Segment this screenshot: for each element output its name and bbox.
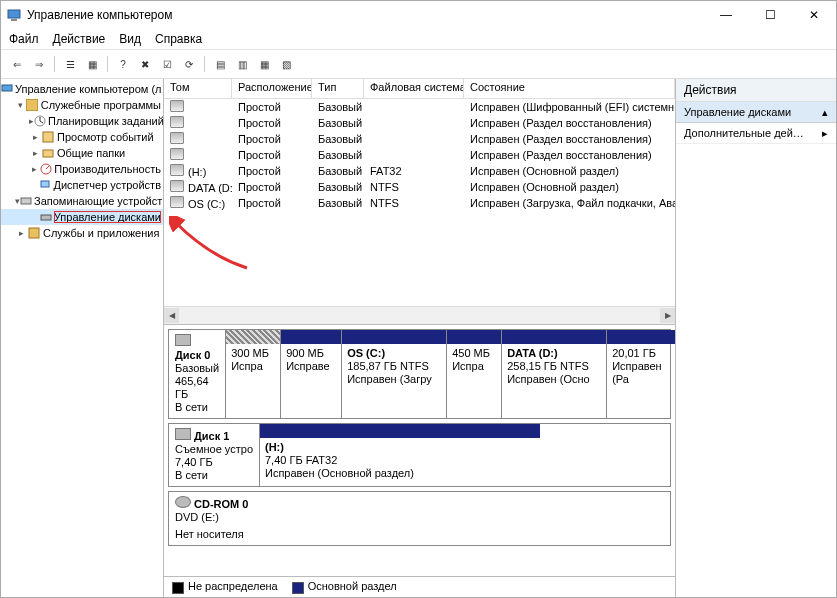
svg-rect-3 <box>26 99 38 111</box>
tree-task-scheduler[interactable]: ▸Планировщик заданий <box>1 113 163 129</box>
window-title: Управление компьютером <box>27 8 172 22</box>
partition[interactable]: (H:)7,40 ГБ FAT32Исправен (Основной разд… <box>260 424 540 486</box>
close-button[interactable]: ✕ <box>792 1 836 29</box>
svg-rect-8 <box>41 181 49 187</box>
tree-disk-management[interactable]: Управление дисками <box>1 209 163 225</box>
volume-row[interactable]: ПростойБазовыйИсправен (Раздел восстанов… <box>164 131 675 147</box>
svg-rect-5 <box>43 132 53 142</box>
scroll-right-icon[interactable]: ▶ <box>660 308 675 323</box>
partition[interactable]: 300 МБИспра <box>226 330 281 418</box>
svg-rect-9 <box>21 198 31 204</box>
maximize-button[interactable]: ☐ <box>748 1 792 29</box>
actions-header: Действия <box>676 79 836 102</box>
device-icon <box>39 178 51 192</box>
tree-root[interactable]: Управление компьютером (л <box>1 81 163 97</box>
volume-icon <box>170 148 184 160</box>
disk-icon <box>40 210 52 224</box>
removable-icon <box>175 428 191 440</box>
tree-storage[interactable]: ▾Запоминающие устройст <box>1 193 163 209</box>
svg-rect-0 <box>8 10 20 18</box>
menu-file[interactable]: Файл <box>9 32 39 46</box>
partition[interactable]: 20,01 ГБИсправен (Ра <box>607 330 675 418</box>
svg-rect-6 <box>43 150 53 157</box>
center-pane: Том Расположение Тип Файловая система Со… <box>164 79 676 597</box>
volume-icon <box>170 196 184 208</box>
minimize-button[interactable]: — <box>704 1 748 29</box>
partition[interactable]: OS (C:)185,87 ГБ NTFSИсправен (Загру <box>342 330 447 418</box>
tools-icon <box>26 98 39 112</box>
volume-icon <box>170 164 184 176</box>
titlebar: Управление компьютером — ☐ ✕ <box>1 1 836 29</box>
volume-row[interactable]: ПростойБазовыйИсправен (Раздел восстанов… <box>164 115 675 131</box>
volume-icon <box>170 132 184 144</box>
actions-selected[interactable]: Управление дисками▴ <box>676 102 836 123</box>
computer-icon <box>1 82 13 96</box>
col-filesystem[interactable]: Файловая система <box>364 79 464 98</box>
actions-pane: Действия Управление дисками▴ Дополнитель… <box>676 79 836 597</box>
col-layout[interactable]: Расположение <box>232 79 312 98</box>
tree-event-viewer[interactable]: ▸Просмотр событий <box>1 129 163 145</box>
volume-hscrollbar[interactable]: ◀ ▶ <box>164 306 675 324</box>
scroll-left-icon[interactable]: ◀ <box>164 308 179 323</box>
partition[interactable]: 450 МБИспра <box>447 330 502 418</box>
menubar: Файл Действие Вид Справка <box>1 29 836 50</box>
tree-shared-folders[interactable]: ▸Общие папки <box>1 145 163 161</box>
volume-row[interactable]: DATA (D:)ПростойБазовыйNTFSИсправен (Осн… <box>164 179 675 195</box>
col-status[interactable]: Состояние <box>464 79 675 98</box>
volume-icon <box>170 180 184 192</box>
chevron-right-icon: ▸ <box>822 127 828 140</box>
cdrom-info: CD-ROM 0 DVD (E:) Нет носителя <box>169 492 670 545</box>
view-top-button[interactable]: ▤ <box>210 54 230 74</box>
svg-rect-11 <box>29 228 39 238</box>
svg-rect-2 <box>2 85 12 91</box>
partition[interactable]: 900 МБИсправе <box>281 330 342 418</box>
legend: Не распределена Основной раздел <box>164 576 675 597</box>
tree-services-apps[interactable]: ▸Службы и приложения <box>1 225 163 241</box>
tree-performance[interactable]: ▸Производительность <box>1 161 163 177</box>
hdd-icon <box>175 334 191 346</box>
options-button[interactable]: ☑ <box>157 54 177 74</box>
services-icon <box>27 226 41 240</box>
volume-row[interactable]: ПростойБазовыйИсправен (Раздел восстанов… <box>164 147 675 163</box>
partition[interactable]: DATA (D:)258,15 ГБ NTFSИсправен (Осно <box>502 330 607 418</box>
legend-primary: Основной раздел <box>292 580 397 593</box>
disk-row-cdrom[interactable]: CD-ROM 0 DVD (E:) Нет носителя <box>168 491 671 546</box>
volume-icon <box>170 116 184 128</box>
show-hide-tree-button[interactable]: ☰ <box>60 54 80 74</box>
tree-system-tools[interactable]: ▾Служебные программы <box>1 97 163 113</box>
view-bottom-button[interactable]: ▥ <box>232 54 252 74</box>
legend-unallocated: Не распределена <box>172 580 278 593</box>
help-button[interactable]: ? <box>113 54 133 74</box>
volume-list: Том Расположение Тип Файловая система Со… <box>164 79 675 325</box>
menu-action[interactable]: Действие <box>53 32 106 46</box>
col-volume[interactable]: Том <box>164 79 232 98</box>
back-button[interactable]: ⇐ <box>7 54 27 74</box>
col-type[interactable]: Тип <box>312 79 364 98</box>
menu-view[interactable]: Вид <box>119 32 141 46</box>
scheduler-icon <box>34 114 46 128</box>
volume-icon <box>170 100 184 112</box>
tree-device-manager[interactable]: Диспетчер устройств <box>1 177 163 193</box>
disk-graphical-view: Диск 0 Базовый 465,64 ГБ В сети 300 МБИс… <box>164 325 675 576</box>
event-icon <box>41 130 55 144</box>
cdrom-icon <box>175 496 191 508</box>
volume-row[interactable]: ПростойБазовыйИсправен (Шифрованный (EFI… <box>164 99 675 115</box>
toolbar: ⇐ ⇒ ☰ ▦ ? ✖ ☑ ⟳ ▤ ▥ ▦ ▧ <box>1 50 836 79</box>
volume-row[interactable]: (H:)ПростойБазовыйFAT32Исправен (Основно… <box>164 163 675 179</box>
forward-button[interactable]: ⇒ <box>29 54 49 74</box>
action-x-button[interactable]: ✖ <box>135 54 155 74</box>
view-list-button[interactable]: ▧ <box>276 54 296 74</box>
properties-button[interactable]: ▦ <box>82 54 102 74</box>
disk-row-0[interactable]: Диск 0 Базовый 465,64 ГБ В сети 300 МБИс… <box>168 329 671 419</box>
disk-row-1[interactable]: Диск 1 Съемное устро 7,40 ГБ В сети (H:)… <box>168 423 671 487</box>
app-icon <box>7 8 21 22</box>
chevron-up-icon: ▴ <box>822 106 828 119</box>
storage-icon <box>20 194 32 208</box>
actions-more[interactable]: Дополнительные дей…▸ <box>676 123 836 144</box>
view-settings-button[interactable]: ▦ <box>254 54 274 74</box>
refresh-button[interactable]: ⟳ <box>179 54 199 74</box>
disk-0-info: Диск 0 Базовый 465,64 ГБ В сети <box>169 330 226 418</box>
disk-1-info: Диск 1 Съемное устро 7,40 ГБ В сети <box>169 424 260 486</box>
menu-help[interactable]: Справка <box>155 32 202 46</box>
volume-row[interactable]: OS (C:)ПростойБазовыйNTFSИсправен (Загру… <box>164 195 675 211</box>
